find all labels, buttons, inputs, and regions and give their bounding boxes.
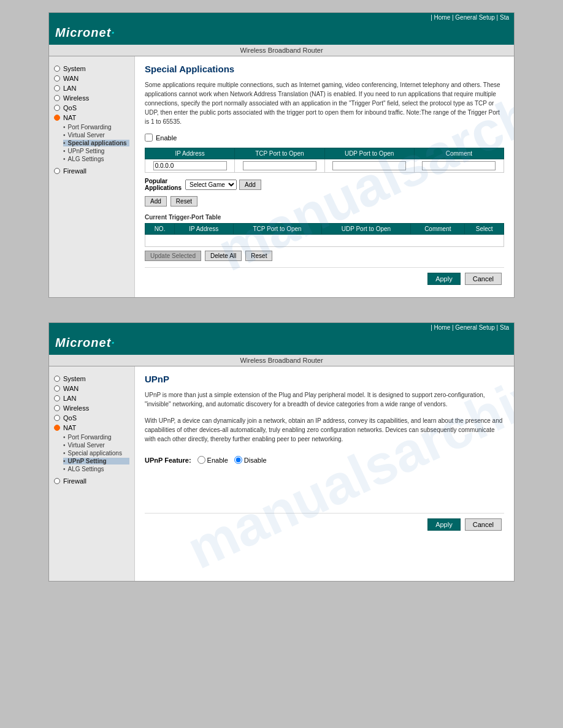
submenu2-link-alg-settings[interactable]: ALG Settings — [68, 466, 104, 472]
sidebar-link-wireless[interactable]: Wireless — [63, 94, 89, 102]
add-reset-row: Add Reset — [145, 196, 504, 207]
udp-input[interactable] — [332, 161, 406, 170]
sidebar2-link-lan[interactable]: LAN — [63, 395, 76, 402]
top-nav-links[interactable]: | Home | General Setup | Sta — [431, 14, 509, 21]
ip-input[interactable] — [153, 161, 227, 170]
sidebar2-link-qos[interactable]: QoS — [63, 414, 77, 422]
upnp-feature-label: UPnP Feature: — [145, 457, 191, 464]
submenu-link-port-forwarding[interactable]: Port Forwarding — [68, 124, 112, 131]
submenu-link-upnp-setting[interactable]: UPnP Setting — [68, 148, 105, 154]
submenu2-link-port-forwarding[interactable]: Port Forwarding — [68, 434, 112, 441]
logo-bar: Micronet· — [49, 22, 514, 44]
sidebar-link-qos[interactable]: QoS — [63, 104, 77, 112]
logo-2: Micronet· — [55, 336, 115, 350]
logo-bar-2: Micronet· — [49, 332, 514, 354]
radio-qos — [54, 105, 60, 111]
ports-table: IP Address TCP Port to Open UDP Port to … — [145, 148, 504, 173]
submenu2-special-applications[interactable]: Special applications — [63, 450, 129, 457]
sidebar2-item-nat[interactable]: NAT — [54, 424, 129, 431]
radio-system — [54, 66, 60, 72]
sidebar-item-wireless[interactable]: Wireless — [54, 94, 129, 102]
panel-upnp: | Home | General Setup | Sta Micronet· W… — [48, 322, 515, 582]
add-button[interactable]: Add — [145, 196, 167, 207]
submenu-special-applications[interactable]: Special applications — [63, 140, 129, 146]
trigger-col-udp: UDP Port to Open — [321, 224, 411, 235]
radio2-lan — [54, 395, 60, 401]
submenu-link-virtual-server[interactable]: Virtual Server — [68, 132, 105, 138]
comment-input[interactable] — [422, 161, 496, 170]
radio-lan — [54, 85, 60, 91]
description-upnp-2: With UPnP, a device can dynamically join… — [145, 416, 504, 444]
delete-all-button[interactable]: Delete All — [205, 251, 242, 261]
trigger-col-ip: IP Address — [175, 224, 233, 235]
sidebar-item-firewall[interactable]: Firewall — [54, 167, 129, 175]
comment-cell — [414, 159, 504, 173]
submenu-alg-settings[interactable]: ALG Settings — [63, 156, 129, 162]
disable-radio-label: Disable — [244, 457, 267, 464]
sidebar2-item-firewall[interactable]: Firewall — [54, 477, 129, 485]
radio2-system — [54, 376, 60, 382]
tcp-input[interactable] — [243, 161, 316, 170]
sidebar-item-system[interactable]: System — [54, 65, 129, 72]
sidebar-link-firewall[interactable]: Firewall — [63, 167, 86, 175]
add-game-button[interactable]: Add — [239, 180, 261, 190]
logo: Micronet· — [55, 26, 115, 40]
popular-select[interactable]: Select Game — [185, 180, 237, 190]
sidebar2-item-qos[interactable]: QoS — [54, 414, 129, 422]
disable-radio-option: Disable — [234, 456, 267, 464]
submenu-upnp-setting[interactable]: UPnP Setting — [63, 148, 129, 154]
submenu-link-special-applications[interactable]: Special applications — [68, 140, 127, 146]
reset2-button[interactable]: Reset — [245, 251, 272, 261]
sidebar2-item-lan[interactable]: LAN — [54, 395, 129, 402]
top-nav-bar: | Home | General Setup | Sta — [49, 13, 514, 22]
sidebar-item-qos[interactable]: QoS — [54, 104, 129, 112]
trigger-col-comment: Comment — [411, 224, 465, 235]
submenu2-alg-settings[interactable]: ALG Settings — [63, 466, 129, 472]
top-nav-links-2[interactable]: | Home | General Setup | Sta — [431, 324, 509, 331]
sidebar-item-lan[interactable]: LAN — [54, 85, 129, 92]
submenu-port-forwarding[interactable]: Port Forwarding — [63, 124, 129, 131]
update-selected-button[interactable]: Update Selected — [145, 251, 201, 261]
sidebar2-item-wan[interactable]: WAN — [54, 385, 129, 392]
sidebar-2: System WAN LAN Wireless QoS — [49, 366, 135, 581]
radio2-firewall — [54, 478, 60, 484]
submenu-link-alg-settings[interactable]: ALG Settings — [68, 156, 104, 162]
sidebar2-link-firewall[interactable]: Firewall — [63, 477, 86, 485]
radio2-nat — [54, 425, 60, 431]
submenu2-link-virtual-server[interactable]: Virtual Server — [68, 442, 105, 449]
enable-radio[interactable] — [197, 456, 205, 464]
submenu2-link-special-applications[interactable]: Special applications — [68, 450, 122, 457]
sidebar-link-wan[interactable]: WAN — [63, 75, 79, 82]
sidebar2-item-wireless[interactable]: Wireless — [54, 404, 129, 412]
sidebar2-submenu: Port Forwarding Virtual Server Special a… — [63, 434, 129, 472]
radio2-wan — [54, 385, 60, 392]
disable-radio[interactable] — [234, 456, 242, 464]
sidebar2-link-nat[interactable]: NAT — [63, 424, 76, 431]
page-title: Special Applications — [145, 64, 504, 74]
enable-label: Enable — [156, 134, 177, 142]
sidebar2-link-system[interactable]: System — [63, 375, 86, 382]
sidebar-link-nat[interactable]: NAT — [63, 114, 76, 121]
ip-cell — [145, 159, 235, 173]
apply-button-upnp[interactable]: Apply — [427, 518, 461, 531]
submenu-virtual-server[interactable]: Virtual Server — [63, 132, 129, 138]
sidebar2-link-wireless[interactable]: Wireless — [63, 404, 89, 412]
trigger-table-row-empty — [145, 235, 504, 247]
sidebar-link-lan[interactable]: LAN — [63, 85, 76, 92]
sidebar-item-wan[interactable]: WAN — [54, 75, 129, 82]
sidebar2-link-wan[interactable]: WAN — [63, 385, 79, 392]
cancel-button-upnp[interactable]: Cancel — [465, 518, 502, 531]
cancel-button[interactable]: Cancel — [465, 273, 502, 285]
trigger-col-select: Select — [465, 224, 504, 235]
apply-button[interactable]: Apply — [427, 273, 461, 285]
sidebar-item-nat[interactable]: NAT — [54, 114, 129, 121]
panel-special-applications: | Home | General Setup | Sta Micronet· W… — [48, 12, 515, 298]
submenu2-port-forwarding[interactable]: Port Forwarding — [63, 434, 129, 441]
reset-button[interactable]: Reset — [170, 196, 197, 207]
submenu2-link-upnp-setting[interactable]: UPnP Setting — [68, 458, 107, 464]
submenu2-virtual-server[interactable]: Virtual Server — [63, 442, 129, 449]
enable-checkbox[interactable] — [145, 134, 153, 142]
submenu2-upnp-setting[interactable]: UPnP Setting — [63, 458, 129, 464]
sidebar-link-system[interactable]: System — [63, 65, 86, 72]
sidebar2-item-system[interactable]: System — [54, 375, 129, 382]
